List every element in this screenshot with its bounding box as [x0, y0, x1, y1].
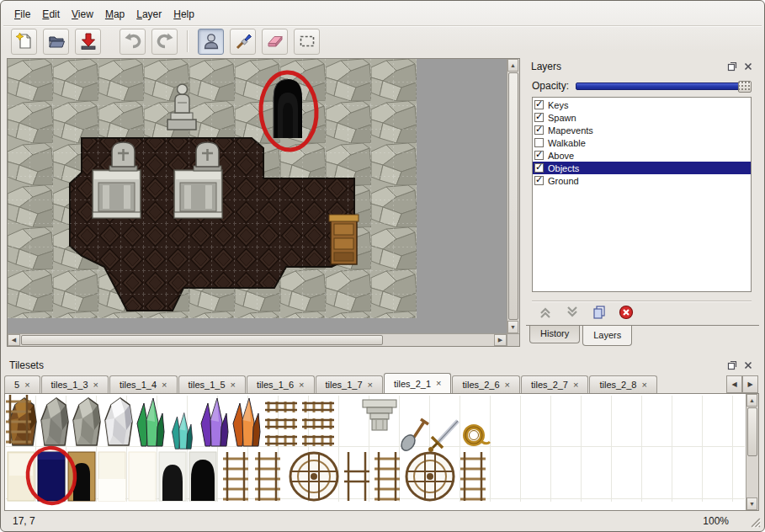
layer-row-keys[interactable]: ✓ Keys [533, 98, 751, 111]
crypt-object [93, 170, 141, 218]
tab-close-icon[interactable]: × [436, 379, 441, 388]
eraser-tool-button[interactable] [262, 29, 288, 55]
layer-checkbox[interactable]: ✓ [534, 138, 544, 147]
tab-history[interactable]: History [529, 326, 580, 343]
tileset-tab-5[interactable]: tiles_1_7× [316, 375, 383, 393]
cursor-coordinates: 17, 7 [13, 515, 703, 527]
tileset-tab-1[interactable]: tiles_1_3× [41, 375, 109, 393]
layers-close-button[interactable] [742, 61, 754, 72]
layer-row-objects[interactable]: ✓ Objects [533, 162, 751, 174]
layer-row-above[interactable]: ✓ Above [533, 149, 751, 162]
dark-figure-object [274, 79, 302, 138]
redo-icon [156, 32, 174, 51]
tab-close-icon[interactable]: × [505, 380, 510, 390]
tab-scroll-left-button[interactable]: ◀ [726, 375, 742, 393]
menu-layer[interactable]: Layer [130, 6, 167, 23]
brush-tool-button[interactable] [230, 29, 256, 55]
tab-close-icon[interactable]: × [162, 380, 167, 390]
tilesets-close-button[interactable] [742, 359, 754, 371]
menu-file[interactable]: File [8, 6, 36, 23]
layer-duplicate-button[interactable] [591, 304, 608, 321]
layer-row-ground[interactable]: ✓ Ground [533, 174, 751, 187]
open-button[interactable] [43, 29, 69, 55]
sprite-tool-button[interactable] [198, 29, 224, 55]
layer-label: Keys [548, 100, 568, 110]
panel-tabs: History Layers [529, 326, 759, 347]
layer-row-walkable[interactable]: ✓ Walkable [533, 136, 751, 149]
tilesets-panel: Tilesets 5× tiles_1_3× tiles_1_4× tiles_… [4, 358, 759, 511]
menubar: File Edit View Map Layer Help [3, 4, 762, 24]
tileset-image [6, 395, 746, 509]
scroll-left-button[interactable]: ◀ [8, 334, 20, 346]
tileset-tab-2[interactable]: tiles_1_4× [109, 375, 177, 393]
tileset-vscroll-thumb[interactable] [747, 407, 757, 456]
layer-checkbox[interactable]: ✓ [534, 163, 544, 173]
vscroll-thumb[interactable] [508, 72, 518, 320]
layer-checkbox[interactable]: ✓ [534, 100, 544, 109]
tileset-scroll-up-button[interactable]: ▲ [746, 394, 757, 407]
new-file-button[interactable] [11, 29, 37, 55]
layers-float-button[interactable] [726, 61, 738, 72]
layer-actions [532, 301, 752, 322]
layer-delete-button[interactable] [618, 304, 635, 321]
check-icon: ✓ [535, 124, 543, 135]
tileset-tab-9[interactable]: tiles_2_8× [589, 375, 656, 393]
tileset-tab-8[interactable]: tiles_2_7× [521, 375, 588, 393]
tileset-tab-label: tiles_1_3 [51, 380, 88, 390]
hscroll-thumb[interactable] [21, 335, 383, 345]
opacity-slider-handle[interactable] [738, 81, 752, 93]
tileset-vscrollbar[interactable]: ▲ ▼ [746, 394, 758, 510]
layer-checkbox[interactable]: ✓ [534, 176, 544, 185]
arch-opening-tile [159, 452, 186, 501]
tileset-tab-4[interactable]: tiles_1_6× [247, 375, 314, 393]
scroll-up-button[interactable]: ▲ [507, 59, 518, 72]
undo-button[interactable] [120, 29, 146, 55]
tab-close-icon[interactable]: × [24, 380, 29, 390]
selection-tool-button[interactable] [294, 29, 320, 55]
tab-close-icon[interactable]: × [299, 380, 304, 390]
check-icon: ✓ [535, 174, 543, 185]
layer-lower-button[interactable] [564, 304, 581, 321]
scrollbar-corner [507, 333, 519, 346]
layer-checkbox[interactable]: ✓ [534, 125, 544, 135]
opacity-slider[interactable] [576, 82, 752, 90]
menu-map[interactable]: Map [99, 6, 130, 23]
layers-titlebar: Layers [526, 58, 759, 75]
zoom-level: 100% [703, 515, 729, 527]
app-window: File Edit View Map Layer Help [0, 0, 765, 532]
tileset-tab-3[interactable]: tiles_1_5× [178, 375, 246, 393]
map-vscrollbar[interactable]: ▲ ▼ [507, 59, 519, 333]
layer-checkbox[interactable]: ✓ [534, 113, 544, 122]
scroll-right-button[interactable]: ▶ [494, 334, 507, 346]
opacity-row: Opacity: [532, 78, 752, 93]
tab-close-icon[interactable]: × [573, 380, 578, 390]
tab-close-icon[interactable]: × [93, 380, 98, 390]
redo-button[interactable] [151, 29, 178, 55]
tab-layers[interactable]: Layers [582, 326, 632, 346]
tileset-scroll-down-button[interactable]: ▼ [746, 497, 757, 510]
layer-checkbox[interactable]: ✓ [534, 151, 544, 160]
map-canvas[interactable] [8, 59, 507, 333]
tileset-tab-6[interactable]: tiles_2_1× [384, 373, 451, 393]
tab-close-icon[interactable]: × [231, 380, 236, 390]
map-hscrollbar[interactable]: ◀ ▶ [8, 333, 507, 346]
tab-close-icon[interactable]: × [368, 380, 373, 390]
layer-row-spawn[interactable]: ✓ Spawn [533, 111, 751, 124]
tileset-canvas[interactable] [6, 395, 746, 509]
tilesets-float-button[interactable] [726, 359, 738, 371]
tab-close-icon[interactable]: × [641, 380, 646, 390]
selected-blue-tile[interactable] [38, 452, 65, 501]
menu-help[interactable]: Help [167, 6, 200, 23]
save-button[interactable] [75, 29, 101, 55]
tileset-tab-0[interactable]: 5× [4, 375, 40, 393]
tab-scroll-right-button[interactable]: ▶ [742, 375, 758, 393]
tileset-tab-label: tiles_1_5 [189, 380, 226, 390]
tileset-tab-7[interactable]: tiles_2_6× [452, 375, 519, 393]
scroll-down-button[interactable]: ▼ [507, 321, 518, 333]
resize-grip[interactable] [750, 517, 762, 529]
menu-view[interactable]: View [66, 6, 99, 23]
layer-raise-button[interactable] [537, 304, 554, 321]
menu-edit[interactable]: Edit [36, 6, 66, 23]
layer-row-mapevents[interactable]: ✓ Mapevents [533, 124, 751, 136]
tilesets-titlebar: Tilesets [4, 358, 759, 373]
